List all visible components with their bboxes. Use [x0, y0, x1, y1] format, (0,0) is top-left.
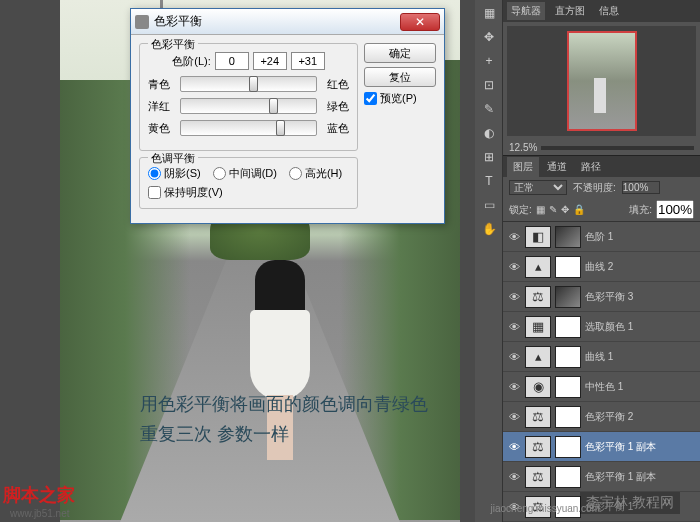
radio-highlight[interactable]: 高光(H) — [289, 166, 342, 181]
layer-thumb: ⚖ — [525, 436, 551, 458]
layer-row-8[interactable]: 👁⚖色彩平衡 1 副本 — [503, 462, 700, 492]
layer-name: 曲线 1 — [585, 350, 613, 364]
radio-shadow[interactable]: 阴影(S) — [148, 166, 201, 181]
watermark-site-en: www.jb51.net — [10, 508, 69, 519]
tab-layers[interactable]: 图层 — [507, 157, 539, 177]
radio-midtone[interactable]: 中间调(D) — [213, 166, 277, 181]
dialog-icon — [135, 15, 149, 29]
preview-checkbox-row[interactable]: 预览(P) — [364, 91, 436, 106]
tool-button-2[interactable]: + — [477, 50, 501, 72]
tutorial-text: 用色彩平衡将画面的颜色调向青绿色 重复三次 参数一样 — [140, 386, 428, 452]
level-label: 色阶(L): — [172, 54, 211, 69]
layer-mask[interactable] — [555, 316, 581, 338]
visibility-icon[interactable]: 👁 — [507, 350, 521, 364]
layer-mask[interactable] — [555, 466, 581, 488]
layer-thumb: ⚖ — [525, 406, 551, 428]
layer-row-6[interactable]: 👁⚖色彩平衡 2 — [503, 402, 700, 432]
layer-name: 色彩平衡 2 — [585, 410, 633, 424]
lock-move-icon[interactable]: ✥ — [561, 204, 569, 215]
watermark-site-cn: 脚本之家 — [3, 483, 75, 507]
tool-button-1[interactable]: ✥ — [477, 26, 501, 48]
layer-name: 曲线 2 — [585, 260, 613, 274]
layer-row-0[interactable]: 👁◧色阶 1 — [503, 222, 700, 252]
slider-label-right-0: 红色 — [321, 77, 349, 92]
level-input-2[interactable] — [291, 52, 325, 70]
navigator-tabs: 导航器 直方图 信息 — [503, 0, 700, 22]
tutorial-line2: 重复三次 参数一样 — [140, 422, 428, 446]
fill-input[interactable] — [656, 200, 694, 219]
color-slider-0[interactable] — [180, 76, 317, 92]
layer-row-7[interactable]: 👁⚖色彩平衡 1 副本 — [503, 432, 700, 462]
layer-row-4[interactable]: 👁▴曲线 1 — [503, 342, 700, 372]
tool-button-0[interactable]: ▦ — [477, 2, 501, 24]
layers-list: 👁◧色阶 1👁▴曲线 2👁⚖色彩平衡 3👁▦选取颜色 1👁▴曲线 1👁◉中性色 … — [503, 222, 700, 522]
tool-button-3[interactable]: ⊡ — [477, 74, 501, 96]
close-button[interactable]: ✕ — [400, 13, 440, 31]
lock-label: 锁定: — [509, 203, 532, 217]
radio-highlight-input[interactable] — [289, 167, 302, 180]
color-slider-2[interactable] — [180, 120, 317, 136]
layer-name: 选取颜色 1 — [585, 320, 633, 334]
visibility-icon[interactable]: 👁 — [507, 440, 521, 454]
layer-thumb: ▴ — [525, 346, 551, 368]
layer-mask[interactable] — [555, 286, 581, 308]
visibility-icon[interactable]: 👁 — [507, 290, 521, 304]
preserve-checkbox[interactable] — [148, 186, 161, 199]
tab-histogram[interactable]: 直方图 — [551, 2, 589, 20]
tool-button-9[interactable]: ✋ — [477, 218, 501, 240]
level-input-0[interactable] — [215, 52, 249, 70]
color-balance-fieldset: 色彩平衡 色阶(L): 青色红色洋红绿色黄色蓝色 — [139, 43, 358, 151]
lock-transparent-icon[interactable]: ▦ — [536, 204, 545, 215]
layer-mask[interactable] — [555, 346, 581, 368]
zoom-value: 12.5% — [509, 142, 537, 153]
layer-row-3[interactable]: 👁▦选取颜色 1 — [503, 312, 700, 342]
tool-button-4[interactable]: ✎ — [477, 98, 501, 120]
tool-button-5[interactable]: ◐ — [477, 122, 501, 144]
layer-mask[interactable] — [555, 406, 581, 428]
tab-channels[interactable]: 通道 — [541, 157, 573, 177]
visibility-icon[interactable]: 👁 — [507, 230, 521, 244]
visibility-icon[interactable]: 👁 — [507, 470, 521, 484]
tab-info[interactable]: 信息 — [595, 2, 623, 20]
lock-paint-icon[interactable]: ✎ — [549, 204, 557, 215]
layer-mask[interactable] — [555, 436, 581, 458]
visibility-icon[interactable]: 👁 — [507, 380, 521, 394]
layer-row-1[interactable]: 👁▴曲线 2 — [503, 252, 700, 282]
layer-row-5[interactable]: 👁◉中性色 1 — [503, 372, 700, 402]
navigator-preview[interactable] — [507, 26, 696, 136]
radio-midtone-input[interactable] — [213, 167, 226, 180]
layer-name: 色阶 1 — [585, 230, 613, 244]
zoom-slider[interactable] — [541, 146, 694, 150]
lock-all-icon[interactable]: 🔒 — [573, 204, 585, 215]
visibility-icon[interactable]: 👁 — [507, 320, 521, 334]
preserve-luminosity[interactable]: 保持明度(V) — [148, 185, 349, 200]
opacity-input[interactable] — [622, 181, 660, 194]
layer-mask[interactable] — [555, 256, 581, 278]
fill-label: 填充: — [629, 203, 652, 217]
tab-paths[interactable]: 路径 — [575, 157, 607, 177]
layer-mask[interactable] — [555, 376, 581, 398]
tone-balance-fieldset: 色调平衡 阴影(S) 中间调(D) 高光(H) 保持明度(V) — [139, 157, 358, 209]
blend-mode-select[interactable]: 正常 — [509, 180, 567, 195]
radio-shadow-input[interactable] — [148, 167, 161, 180]
layer-thumb: ▦ — [525, 316, 551, 338]
color-slider-1[interactable] — [180, 98, 317, 114]
layer-mask[interactable] — [555, 226, 581, 248]
preview-checkbox[interactable] — [364, 92, 377, 105]
layer-thumb: ◧ — [525, 226, 551, 248]
visibility-icon[interactable]: 👁 — [507, 260, 521, 274]
layer-row-2[interactable]: 👁⚖色彩平衡 3 — [503, 282, 700, 312]
ok-button[interactable]: 确定 — [364, 43, 436, 63]
tool-button-6[interactable]: ⊞ — [477, 146, 501, 168]
layer-name: 色彩平衡 1 副本 — [585, 440, 656, 454]
level-input-1[interactable] — [253, 52, 287, 70]
color-balance-dialog: 色彩平衡 ✕ 色彩平衡 色阶(L): 青色红色洋红绿色黄色蓝色 色调平衡 阴影(… — [130, 8, 445, 224]
visibility-icon[interactable]: 👁 — [507, 410, 521, 424]
tool-button-8[interactable]: ▭ — [477, 194, 501, 216]
tool-button-7[interactable]: T — [477, 170, 501, 192]
cancel-button[interactable]: 复位 — [364, 67, 436, 87]
tab-navigator[interactable]: 导航器 — [507, 2, 545, 20]
fieldset-legend-2: 色调平衡 — [148, 151, 198, 166]
dialog-titlebar[interactable]: 色彩平衡 ✕ — [131, 9, 444, 35]
fieldset-legend-1: 色彩平衡 — [148, 37, 198, 52]
